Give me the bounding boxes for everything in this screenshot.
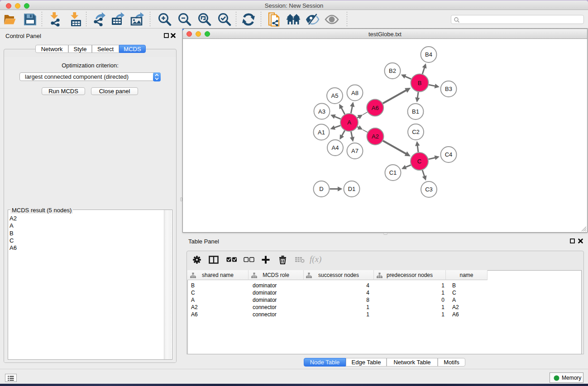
svg-text:A1: A1: [318, 129, 325, 136]
svg-text:B4: B4: [425, 51, 432, 58]
svg-text:A: A: [347, 119, 351, 126]
svg-text:C1: C1: [389, 169, 397, 176]
svg-text:A7: A7: [351, 148, 359, 154]
svg-text:A5: A5: [331, 92, 339, 99]
svg-text:A8: A8: [351, 90, 359, 96]
svg-text:C2: C2: [412, 129, 420, 135]
svg-text:A2: A2: [372, 133, 379, 140]
svg-text:D: D: [319, 186, 323, 192]
svg-text:C3: C3: [425, 186, 433, 193]
svg-text:A4: A4: [332, 144, 339, 151]
svg-text:B3: B3: [445, 86, 452, 92]
svg-text:D1: D1: [348, 186, 356, 192]
svg-text:C: C: [417, 158, 421, 165]
svg-text:B1: B1: [412, 108, 419, 115]
svg-text:A3: A3: [318, 108, 325, 115]
svg-text:B: B: [418, 80, 422, 86]
svg-text:B2: B2: [389, 67, 396, 74]
svg-text:A6: A6: [372, 105, 379, 111]
svg-text:C4: C4: [445, 151, 453, 158]
